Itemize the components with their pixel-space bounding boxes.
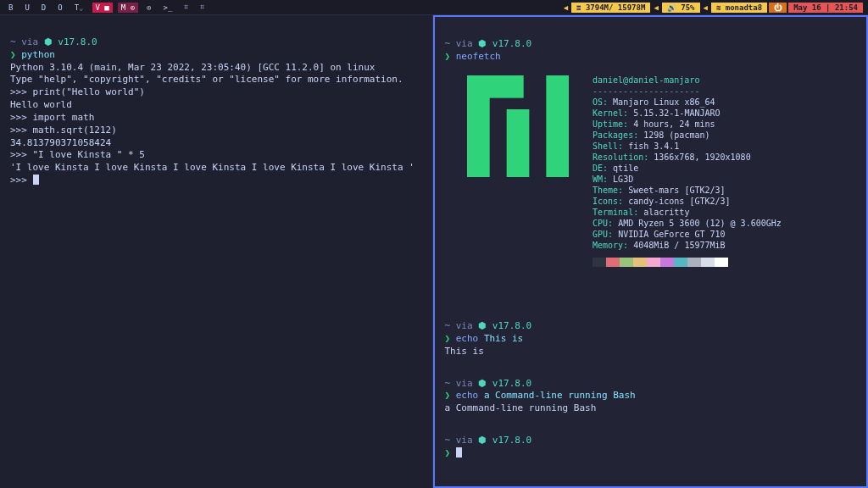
de-value: qtile xyxy=(613,164,638,173)
ws-8[interactable]: ⊙ xyxy=(143,3,154,13)
arrow-icon: ◀ xyxy=(702,3,709,13)
repl-prompt: >>> xyxy=(10,149,33,160)
color-swatch xyxy=(687,258,701,267)
color-swatch xyxy=(674,258,687,267)
color-swatch xyxy=(647,258,660,267)
color-swatch xyxy=(633,258,647,267)
node-icon: ⬢ xyxy=(478,38,487,49)
cursor xyxy=(456,447,462,458)
node-icon: ⬢ xyxy=(478,378,487,389)
ws-9[interactable]: >_ xyxy=(159,3,175,13)
repl-prompt: >>> xyxy=(10,86,33,97)
command: python xyxy=(21,49,55,60)
wm-value: LG3D xyxy=(613,175,633,184)
divider: --------------------- xyxy=(593,86,699,96)
ws-4[interactable]: O xyxy=(54,3,65,13)
cpu-value: AMD Ryzen 5 3600 (12) @ 3.600GHz xyxy=(618,219,782,228)
color-swatch xyxy=(701,258,715,267)
ws-3[interactable]: D xyxy=(38,3,49,13)
prompt-path: ~ via xyxy=(445,320,479,331)
terminal-value: alacritty xyxy=(643,208,689,217)
topbar: B U D O T⌄ V ■ M ⊙ ⊙ >_ ⌗ ⌗ ◀ ≡ 3794M/ 1… xyxy=(0,0,868,15)
node-icon: ⬢ xyxy=(478,320,487,331)
prompt-arrow-icon: ❯ xyxy=(445,447,456,458)
memory-chip: ≡ 3794M/ 15978M xyxy=(571,3,650,13)
prompt-path: ~ via xyxy=(445,435,479,446)
node-version: v17.8.0 xyxy=(53,36,97,47)
ws-11[interactable]: ⌗ xyxy=(197,2,208,13)
repl-code: "I love Kinsta " * 5 xyxy=(33,149,145,160)
workspace-switcher[interactable]: B U D O T⌄ V ■ M ⊙ ⊙ >_ ⌗ ⌗ xyxy=(5,2,208,13)
icons-value: candy-icons [GTK2/3] xyxy=(628,197,730,206)
ws-10[interactable]: ⌗ xyxy=(181,2,192,13)
manjaro-logo-icon xyxy=(445,64,570,289)
neofetch-output: daniel@daniel-manjaro ------------------… xyxy=(445,64,857,289)
os-value: Manjaro Linux x86_64 xyxy=(613,97,715,107)
ws-5[interactable]: T⌄ xyxy=(71,3,87,13)
terminal-left[interactable]: ~ via ⬢ v17.8.0 ❯ python Python 3.10.4 (… xyxy=(0,15,433,488)
color-swatch xyxy=(593,258,606,267)
node-version: v17.8.0 xyxy=(487,38,531,49)
python-banner-2: Type "help", "copyright", "credits" or "… xyxy=(10,74,403,85)
uptime-value: 4 hours, 24 mins xyxy=(633,119,715,129)
node-icon: ⬢ xyxy=(44,36,53,47)
repl-prompt: >>> xyxy=(10,112,33,123)
svg-rect-3 xyxy=(546,75,569,177)
node-version: v17.8.0 xyxy=(487,378,531,389)
node-version: v17.8.0 xyxy=(487,435,531,446)
date-chip: May 16 | 21:54 xyxy=(788,3,863,13)
arrow-icon: ◀ xyxy=(562,3,570,13)
command-arg: a Command-line running Bash xyxy=(484,390,636,401)
command: echo xyxy=(456,390,484,401)
command-arg: This is xyxy=(484,333,523,344)
color-swatch xyxy=(660,258,674,267)
status-area: ◀ ≡ 3794M/ 15978M ◀ 🔊 75% ◀ ≋ monadta8 ⏻… xyxy=(562,3,863,13)
ws-2[interactable]: U xyxy=(21,3,32,13)
repl-output: Hello world xyxy=(10,99,72,110)
ws-6-active[interactable]: V ■ xyxy=(92,3,113,13)
color-swatch xyxy=(620,258,633,267)
color-swatch xyxy=(606,258,620,267)
repl-code: print("Hello world") xyxy=(33,86,145,97)
prompt-path: ~ via xyxy=(445,378,479,389)
ws-7[interactable]: M ⊙ xyxy=(118,3,138,13)
repl-prompt: >>> xyxy=(10,125,33,136)
prompt-arrow-icon: ❯ xyxy=(445,390,456,401)
repl-prompt: >>> xyxy=(10,175,33,186)
power-icon[interactable]: ⏻ xyxy=(769,3,787,13)
cursor xyxy=(33,175,39,185)
color-swatches xyxy=(593,258,782,267)
neofetch-info: daniel@daniel-manjaro ------------------… xyxy=(593,64,782,289)
prompt-path: ~ via xyxy=(10,36,44,47)
svg-rect-1 xyxy=(467,75,490,177)
python-banner-1: Python 3.10.4 (main, Mar 23 2022, 23:05:… xyxy=(10,62,375,73)
node-version: v17.8.0 xyxy=(487,320,531,331)
terminal-right[interactable]: ~ via ⬢ v17.8.0 ❯ neofetch daniel@daniel… xyxy=(433,15,869,488)
arrow-icon: ◀ xyxy=(652,3,659,13)
ws-1[interactable]: B xyxy=(5,3,16,13)
svg-rect-2 xyxy=(507,109,530,177)
network-chip[interactable]: ≋ monadta8 xyxy=(711,3,767,13)
repl-code: math.sqrt(1212) xyxy=(33,125,117,136)
kernel-value: 5.15.32-1-MANJARO xyxy=(633,108,720,118)
prompt-arrow-icon: ❯ xyxy=(10,49,21,60)
volume-chip[interactable]: 🔊 75% xyxy=(662,3,700,13)
resolution-value: 1366x768, 1920x1080 xyxy=(654,152,750,162)
user-host: daniel@daniel-manjaro xyxy=(593,75,699,85)
theme-value: Sweet-mars [GTK2/3] xyxy=(628,186,725,195)
color-swatch xyxy=(715,258,728,267)
prompt-arrow-icon: ❯ xyxy=(445,333,456,344)
command: echo xyxy=(456,333,484,344)
memory-value: 4048MiB / 15977MiB xyxy=(633,241,725,250)
node-icon: ⬢ xyxy=(478,435,487,446)
repl-code: import math xyxy=(33,112,95,123)
shell-value: fish 3.4.1 xyxy=(628,141,679,151)
output: a Command-line running Bash xyxy=(445,402,597,413)
gpu-value: NVIDIA GeForce GT 710 xyxy=(618,230,725,239)
prompt-arrow-icon: ❯ xyxy=(445,51,456,62)
output: This is xyxy=(445,346,484,357)
repl-output: 'I love Kinsta I love Kinsta I love Kins… xyxy=(10,162,415,173)
packages-value: 1298 (pacman) xyxy=(643,130,709,140)
command: neofetch xyxy=(456,51,501,62)
prompt-path: ~ via xyxy=(445,38,479,49)
